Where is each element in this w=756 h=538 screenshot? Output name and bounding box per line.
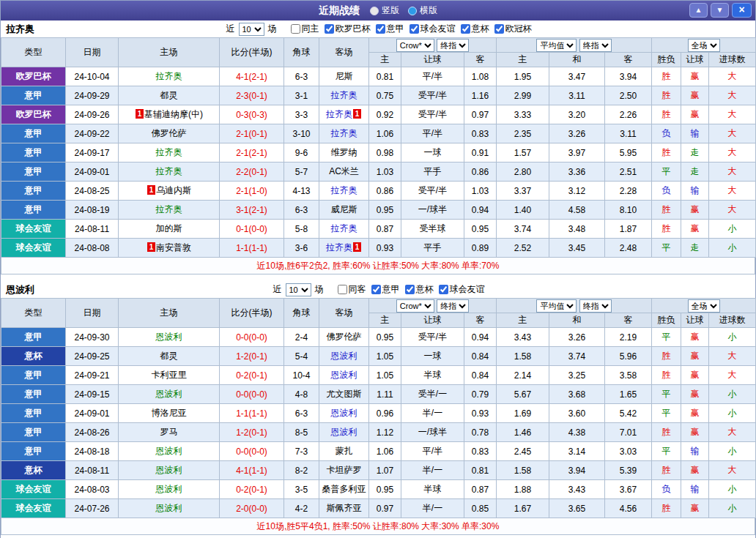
asian-odds-stage-select[interactable]: 终指 — [437, 39, 469, 52]
corner-cell: 5-7 — [284, 162, 319, 182]
away-team-cell: AC米兰 — [319, 162, 369, 182]
view-mode-radio[interactable]: 竖版 — [370, 4, 399, 17]
red-card-badge: 1 — [136, 109, 144, 119]
league-badge: 球会友谊 — [1, 239, 66, 258]
league-filter-checkbox[interactable] — [371, 285, 381, 294]
result-cell: 赢 — [681, 347, 709, 366]
euro-odds-source-select[interactable]: 平均值 — [536, 299, 577, 313]
euro-odds-stage-select[interactable]: 终指 — [579, 39, 612, 52]
team-name: 拉齐奥 — [156, 204, 182, 214]
team-section-lazio: 拉齐奥 近 10 场 同主 欧罗巴杯意甲球会友谊意杯欧冠杯 — [1, 20, 755, 274]
close-button[interactable]: × — [732, 3, 752, 18]
euro-odds-cell: 3.33 — [497, 105, 549, 124]
euro-odds-cell: 5.42 — [605, 404, 652, 423]
away-team-cell: 恩波利 — [319, 404, 369, 423]
asian-odds-cell: 0.94 — [464, 328, 497, 347]
col-header-date: 日期 — [66, 299, 119, 328]
away-team-cell: 佛罗伦萨 — [319, 328, 369, 347]
result-cell: 平 — [652, 328, 681, 347]
euro-odds-cell: 3.20 — [549, 105, 605, 124]
col-header-type: 类型 — [1, 38, 66, 67]
result-cell: 胜 — [652, 423, 681, 442]
euro-odds-stage-select[interactable]: 终指 — [579, 299, 612, 313]
sub-header: 和 — [549, 313, 605, 328]
league-filter-label: 意杯 — [472, 23, 489, 35]
league-filter-checkbox[interactable] — [325, 24, 334, 34]
home-team-cell: 加的斯 — [119, 220, 220, 239]
view-mode-radio[interactable]: 横版 — [408, 4, 437, 17]
league-filter-checkbox[interactable] — [439, 285, 448, 294]
euro-odds-cell: 3.67 — [605, 480, 652, 499]
match-date: 24-09-29 — [66, 86, 119, 105]
home-team-cell: 拉齐奥 — [119, 143, 220, 162]
euro-odds-cell: 4.38 — [549, 423, 605, 442]
match-count-select[interactable]: 10 — [286, 283, 311, 296]
result-cell: 胜 — [652, 461, 681, 480]
asian-odds-cell: 半球 — [401, 480, 464, 499]
score-cell: 2-1(0-1) — [220, 124, 284, 143]
home-team-cell: 拉齐奥 — [119, 201, 220, 220]
col-header-away: 客场 — [319, 299, 369, 328]
euro-odds-cell: 3.37 — [497, 182, 549, 201]
team-name: 拉齐奥 — [331, 90, 357, 100]
match-date: 24-09-01 — [66, 162, 119, 182]
result-scope-select[interactable]: 全场 — [688, 39, 720, 52]
euro-odds-source-select[interactable]: 平均值 — [536, 39, 577, 52]
team-name: 尤文图斯 — [327, 389, 362, 399]
league-badge: 意甲 — [1, 182, 66, 201]
score-cell: 0-2(0-1) — [220, 480, 284, 499]
league-filter-label: 欧罗巴杯 — [336, 23, 371, 35]
col-header-score: 比分(半场) — [220, 38, 284, 67]
league-filter-checkbox[interactable] — [405, 285, 415, 294]
team-name: 佛罗伦萨 — [152, 128, 187, 138]
team-name-label: 拉齐奥 — [6, 23, 34, 36]
sub-header: 让球 — [401, 53, 464, 67]
asian-odds-source-select[interactable]: Crow* — [396, 39, 434, 52]
league-filter-checkbox[interactable] — [494, 24, 504, 34]
col-header-corner: 角球 — [284, 299, 319, 328]
result-cell: 负 — [652, 480, 681, 499]
euro-odds-cell: 3.97 — [549, 143, 605, 162]
away-team-cell: 恩波利 — [319, 347, 369, 366]
result-cell: 小 — [709, 239, 756, 258]
euro-odds-cell: 1.58 — [497, 461, 549, 480]
league-filter: 球会友谊 — [434, 283, 485, 296]
league-filters: 意甲意杯球会友谊 — [366, 283, 485, 296]
asian-odds-cell: 半球 — [401, 366, 464, 385]
score-cell: 0-3(0-3) — [220, 105, 284, 124]
sub-header: 让球 — [681, 53, 709, 67]
corner-cell: 4-8 — [284, 385, 319, 404]
col-header-date: 日期 — [66, 38, 119, 67]
same-venue-checkbox[interactable] — [338, 285, 347, 294]
euro-odds-cell: 3.45 — [549, 239, 605, 258]
league-filter-checkbox[interactable] — [461, 24, 470, 34]
score-cell: 2-0(0-0) — [220, 499, 284, 518]
home-team-cell: 恩波利 — [119, 328, 220, 347]
asian-odds-cell: 1.03 — [464, 182, 497, 201]
match-count-select[interactable]: 10 — [239, 23, 264, 36]
league-filter-checkbox[interactable] — [410, 24, 419, 34]
away-team-cell: 拉齐奥 — [319, 182, 369, 201]
move-up-button[interactable]: ▲ — [689, 3, 708, 18]
asian-odds-cell: 0.91 — [464, 143, 497, 162]
corner-cell: 6-3 — [284, 404, 319, 423]
move-down-button[interactable]: ▼ — [711, 3, 729, 18]
score-cell: 2-2(0-1) — [220, 162, 284, 182]
corner-cell: 8-5 — [284, 423, 319, 442]
asian-odds-source-select[interactable]: Crow* — [396, 299, 434, 313]
euro-odds-cell: 5.39 — [605, 461, 652, 480]
league-filter-checkbox[interactable] — [376, 24, 385, 34]
result-cell: 大 — [709, 461, 756, 480]
away-team-cell: 拉齐奥1 — [319, 239, 369, 258]
same-venue-checkbox[interactable] — [291, 24, 300, 34]
asian-odds-stage-select[interactable]: 终指 — [437, 299, 469, 313]
result-cell: 平 — [652, 442, 681, 461]
result-scope-select[interactable]: 全场 — [688, 299, 720, 313]
home-team-cell: 1乌迪内斯 — [119, 182, 220, 201]
match-row: 意甲24-09-22佛罗伦萨2-1(0-1)3-10拉齐奥1.06平/半0.83… — [1, 124, 756, 143]
asian-odds-cell: 0.78 — [464, 423, 497, 442]
euro-odds-cell: 3.65 — [549, 499, 605, 518]
match-date: 24-09-26 — [66, 105, 119, 124]
league-filter-label: 球会友谊 — [420, 23, 456, 35]
col-header-home: 主场 — [119, 38, 220, 67]
